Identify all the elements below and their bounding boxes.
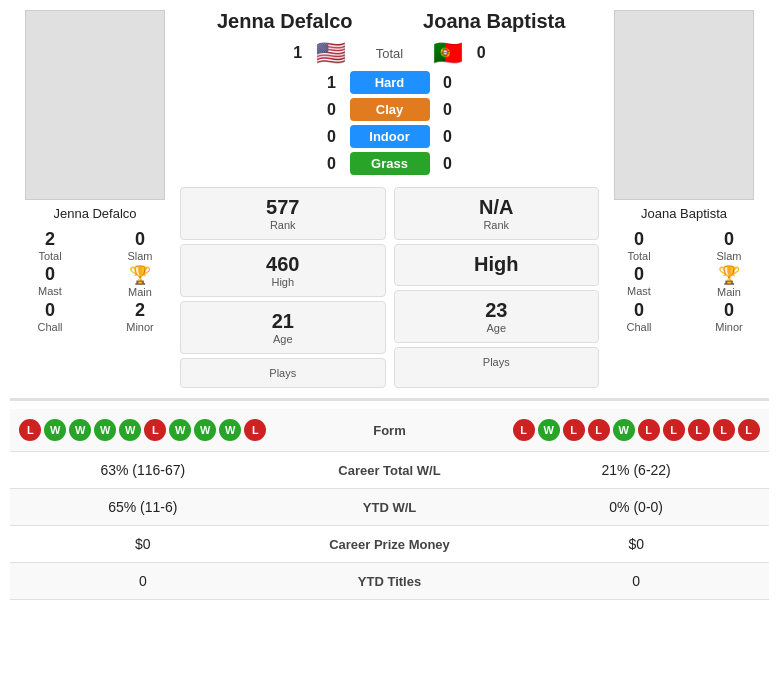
- left-player-card: Jenna Defalco 2 Total 0 Slam 0 Mast 🏆 Ma…: [10, 10, 180, 333]
- form-badge-rl4: L: [638, 419, 660, 441]
- right-high-value: High: [474, 253, 518, 276]
- grass-score-right: 0: [438, 155, 458, 173]
- left-trophy-icon: 🏆: [129, 264, 151, 286]
- right-player-card: Joana Baptista 0 Total 0 Slam 0 Mast 🏆 M…: [599, 10, 769, 333]
- right-slam-block: 0 Slam: [689, 229, 769, 262]
- career-wl-left: 63% (116-67): [10, 452, 276, 489]
- ytd-wl-right: 0% (0-0): [503, 489, 769, 526]
- center-section: Jenna Defalco Joana Baptista 1 🇺🇸 Total …: [180, 10, 599, 388]
- indoor-badge: Indoor: [350, 125, 430, 148]
- right-mast-value: 0: [634, 264, 644, 285]
- form-badge-w4: W: [119, 419, 141, 441]
- left-trophy-block: 🏆 Main: [100, 264, 180, 298]
- form-badge-rl1: L: [513, 419, 535, 441]
- left-age-label: Age: [273, 333, 293, 345]
- form-badges-right: L W L L W L L L L L: [511, 419, 761, 441]
- left-plays-box: Plays: [180, 358, 386, 388]
- left-high-label: High: [271, 276, 294, 288]
- right-rank-value: N/A: [479, 196, 513, 219]
- right-mast-label: Mast: [627, 285, 651, 297]
- left-age-value: 21: [272, 310, 294, 333]
- total-label: Total: [376, 46, 403, 61]
- prize-money-label: Career Prize Money: [276, 526, 504, 563]
- left-rank-value: 577: [266, 196, 299, 219]
- right-chall-value: 0: [634, 300, 644, 321]
- center-names-row: Jenna Defalco Joana Baptista: [180, 10, 599, 33]
- left-total-value: 2: [45, 229, 55, 250]
- hard-score-left: 1: [322, 74, 342, 92]
- right-high-box: High: [394, 244, 600, 286]
- center-right-name: Joana Baptista: [390, 10, 600, 33]
- total-row: 1 🇺🇸 Total 🇵🇹 0: [180, 39, 599, 67]
- info-boxes-row: 577 Rank 460 High 21 Age Plays: [180, 187, 599, 388]
- right-age-label: Age: [486, 322, 506, 334]
- left-chall-value: 0: [45, 300, 55, 321]
- form-badge-rl6: L: [688, 419, 710, 441]
- form-badge-w3: W: [94, 419, 116, 441]
- ytd-titles-row: 0 YTD Titles 0: [10, 563, 769, 600]
- right-minor-label: Minor: [715, 321, 743, 333]
- form-badge-w6: W: [194, 419, 216, 441]
- right-age-box: 23 Age: [394, 290, 600, 343]
- clay-row: 0 Clay 0: [180, 98, 599, 121]
- right-main-label: Main: [717, 286, 741, 298]
- form-left: L W W W W L W W W L: [10, 409, 276, 452]
- form-badge-rl7: L: [713, 419, 735, 441]
- left-plays-label: Plays: [269, 367, 296, 379]
- left-chall-block: 0 Chall: [10, 300, 90, 333]
- prize-money-right: $0: [503, 526, 769, 563]
- form-badge-rl2: L: [563, 419, 585, 441]
- indoor-score-right: 0: [438, 128, 458, 146]
- form-badge-rw2: W: [613, 419, 635, 441]
- left-rank-box: 577 Rank: [180, 187, 386, 240]
- grass-badge: Grass: [350, 152, 430, 175]
- right-total-value: 0: [634, 229, 644, 250]
- ytd-wl-label: YTD W/L: [276, 489, 504, 526]
- grass-score-left: 0: [322, 155, 342, 173]
- form-row: L W W W W L W W W L Form L W L L: [10, 409, 769, 452]
- hard-score-right: 0: [438, 74, 458, 92]
- clay-badge: Clay: [350, 98, 430, 121]
- prize-money-left: $0: [10, 526, 276, 563]
- left-total-label: Total: [38, 250, 61, 262]
- right-slam-value: 0: [724, 229, 734, 250]
- left-slam-label: Slam: [127, 250, 152, 262]
- left-minor-label: Minor: [126, 321, 154, 333]
- left-rank-label: Rank: [270, 219, 296, 231]
- form-badge-rl5: L: [663, 419, 685, 441]
- prize-money-row: $0 Career Prize Money $0: [10, 526, 769, 563]
- form-badge-rl8: L: [738, 419, 760, 441]
- left-slam-block: 0 Slam: [100, 229, 180, 262]
- ytd-titles-right: 0: [503, 563, 769, 600]
- total-score-right: 0: [471, 44, 491, 62]
- right-player-photo: [614, 10, 754, 200]
- right-total-block: 0 Total: [599, 229, 679, 262]
- surface-rows: 1 Hard 0 0 Clay 0 0 Indoor 0 0 Grass: [180, 71, 599, 179]
- right-total-label: Total: [627, 250, 650, 262]
- form-label: Form: [276, 409, 504, 452]
- form-badge-l2: L: [144, 419, 166, 441]
- left-high-box: 460 High: [180, 244, 386, 297]
- left-mast-block: 0 Mast: [10, 264, 90, 298]
- right-rank-box: N/A Rank: [394, 187, 600, 240]
- clay-score-right: 0: [438, 101, 458, 119]
- clay-score-left: 0: [322, 101, 342, 119]
- career-wl-row: 63% (116-67) Career Total W/L 21% (6-22): [10, 452, 769, 489]
- right-minor-block: 0 Minor: [689, 300, 769, 333]
- form-badges-left: L W W W W L W W W L: [18, 419, 268, 441]
- flags-total: 🇺🇸 Total 🇵🇹: [316, 39, 463, 67]
- right-rank-label: Rank: [483, 219, 509, 231]
- left-total-block: 2 Total: [10, 229, 90, 262]
- career-wl-label: Career Total W/L: [276, 452, 504, 489]
- ytd-wl-row: 65% (11-6) YTD W/L 0% (0-0): [10, 489, 769, 526]
- top-section: Jenna Defalco 2 Total 0 Slam 0 Mast 🏆 Ma…: [10, 10, 769, 388]
- form-badge-l1: L: [19, 419, 41, 441]
- left-minor-value: 2: [135, 300, 145, 321]
- form-badge-w2: W: [69, 419, 91, 441]
- left-minor-block: 2 Minor: [100, 300, 180, 333]
- form-badge-l3: L: [244, 419, 266, 441]
- form-badge-rl3: L: [588, 419, 610, 441]
- right-plays-label: Plays: [483, 356, 510, 368]
- right-info-boxes: N/A Rank High 23 Age Plays: [394, 187, 600, 388]
- left-player-photo: [25, 10, 165, 200]
